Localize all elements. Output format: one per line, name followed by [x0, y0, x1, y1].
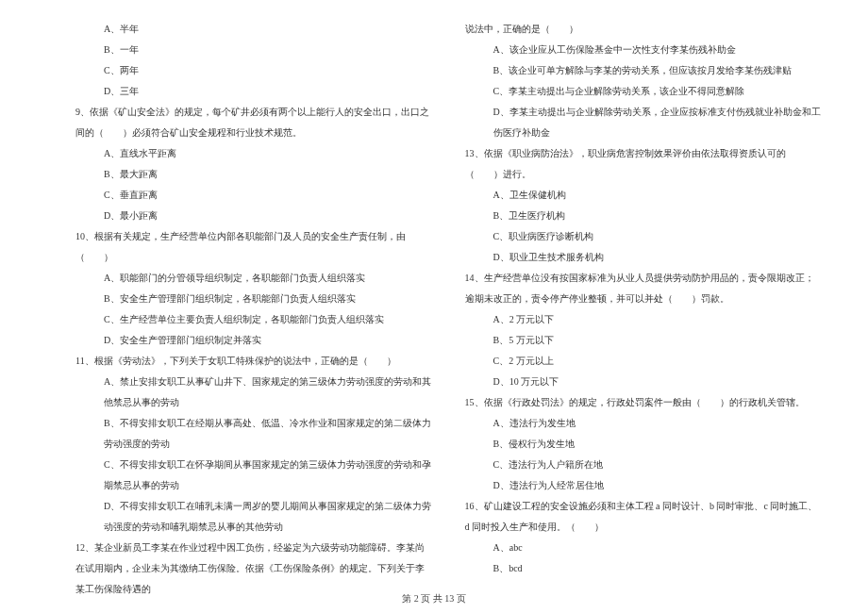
q13-opt-d: D、职业卫生技术服务机构: [465, 247, 822, 268]
q10-text: 10、根据有关规定，生产经营单位内部各职能部门及人员的安全生产责任制，由（ ）: [75, 226, 432, 268]
q8-opt-a: A、半年: [75, 19, 432, 40]
q16-text: 16、矿山建设工程的安全设施必须和主体工程 a 同时设计、b 同时审批、c 同时…: [465, 496, 822, 538]
q10-opt-d: D、安全生产管理部门组织制定并落实: [75, 330, 432, 351]
q11-opt-c: C、不得安排女职工在怀孕期间从事国家规定的第三级体力劳动强度的劳动和孕期禁忌从事…: [75, 455, 432, 496]
q8-opt-d: D、三年: [75, 81, 432, 102]
q15-text: 15、依据《行政处罚法》的规定，行政处罚案件一般由（ ）的行政机关管辖。: [465, 392, 822, 413]
q16-opt-b: B、bcd: [465, 558, 822, 579]
q15-opt-b: B、侵权行为发生地: [465, 434, 822, 455]
q16-opt-a: A、abc: [465, 538, 822, 558]
q12-opt-b: B、该企业可单方解除与李某的劳动关系，但应该按月发给李某伤残津贴: [465, 60, 822, 81]
page-container: A、半年 B、一年 C、两年 D、三年 9、依据《矿山安全法》的规定，每个矿井必…: [0, 0, 868, 613]
q10-opt-b: B、安全生产管理部门组织制定，各职能部门负责人组织落实: [75, 289, 432, 309]
q11-opt-d: D、不得安排女职工在哺乳未满一周岁的婴儿期间从事国家规定的第二级体力劳动强度的劳…: [75, 496, 432, 538]
q9-opt-b: B、最大距离: [75, 164, 432, 185]
q15-opt-c: C、违法行为人户籍所在地: [465, 455, 822, 475]
q9-opt-c: C、垂直距离: [75, 185, 432, 206]
q15-opt-d: D、违法行为人经常居住地: [465, 475, 822, 496]
q13-text: 13、依据《职业病防治法》，职业病危害控制效果评价由依法取得资质认可的（ ）进行…: [465, 143, 822, 185]
q11-opt-a: A、禁止安排女职工从事矿山井下、国家规定的第三级体力劳动强度的劳动和其他禁忌从事…: [75, 372, 432, 413]
q13-opt-a: A、卫生保健机构: [465, 185, 822, 206]
q10-opt-c: C、生产经营单位主要负责人组织制定，各职能部门负责人组织落实: [75, 309, 432, 330]
q14-opt-a: A、2 万元以下: [465, 309, 822, 330]
q9-opt-a: A、直线水平距离: [75, 143, 432, 164]
q14-opt-b: B、5 万元以下: [465, 330, 822, 351]
q8-opt-b: B、一年: [75, 40, 432, 60]
q15-opt-a: A、违法行为发生地: [465, 413, 822, 434]
page-footer: 第 2 页 共 13 页: [0, 592, 868, 605]
q12-opt-c: C、李某主动提出与企业解除劳动关系，该企业不得同意解除: [465, 81, 822, 102]
q13-opt-b: B、卫生医疗机构: [465, 206, 822, 226]
right-column: 说法中，正确的是（ ） A、该企业应从工伤保险基金中一次性支付李某伤残补助金 B…: [456, 19, 822, 604]
q12-continuation: 说法中，正确的是（ ）: [465, 19, 822, 40]
q11-opt-b: B、不得安排女职工在经期从事高处、低温、冷水作业和国家规定的第二级体力劳动强度的…: [75, 413, 432, 455]
q9-text: 9、依据《矿山安全法》的规定，每个矿井必须有两个以上能行人的安全出口，出口之间的…: [75, 102, 432, 143]
q14-opt-c: C、2 万元以上: [465, 351, 822, 372]
q13-opt-c: C、职业病医疗诊断机构: [465, 226, 822, 247]
q8-opt-c: C、两年: [75, 60, 432, 81]
q9-opt-d: D、最小距离: [75, 206, 432, 226]
q12-opt-a: A、该企业应从工伤保险基金中一次性支付李某伤残补助金: [465, 40, 822, 60]
q14-text: 14、生产经营单位没有按国家标准为从业人员提供劳动防护用品的，责令限期改正；逾期…: [465, 268, 822, 309]
q12-text: 12、某企业新员工李某在作业过程中因工负伤，经鉴定为六级劳动功能障碍。李某尚在试…: [75, 538, 432, 600]
q14-opt-d: D、10 万元以下: [465, 372, 822, 392]
left-column: A、半年 B、一年 C、两年 D、三年 9、依据《矿山安全法》的规定，每个矿井必…: [75, 19, 456, 604]
q10-opt-a: A、职能部门的分管领导组织制定，各职能部门负责人组织落实: [75, 268, 432, 289]
q11-text: 11、根据《劳动法》，下列关于女职工特殊保护的说法中，正确的是（ ）: [75, 351, 432, 372]
q12-opt-d: D、李某主动提出与企业解除劳动关系，企业应按标准支付伤残就业补助金和工伤医疗补助…: [465, 102, 822, 143]
